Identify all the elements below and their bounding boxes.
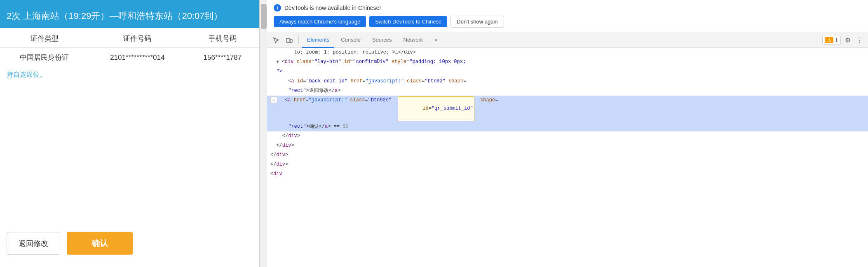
code-line-8: </div> <box>267 131 868 141</box>
left-panel: 2次 上海南站（19:29开）—呼和浩特东站（20:07到） 证件类型 证件号码… <box>0 0 260 267</box>
phone-number: 156****1787 <box>186 48 259 68</box>
svg-rect-1 <box>290 40 292 42</box>
code-line-6: … <a href="javascript:" class="btn92s" i… <box>267 96 868 122</box>
dont-show-again-button[interactable]: Don't show again <box>450 16 504 28</box>
toolbar-separator <box>298 36 299 44</box>
tab-elements[interactable]: Elements <box>302 33 334 48</box>
warning-badge[interactable]: ⚠ 1 <box>822 36 841 44</box>
train-header: 2次 上海南站（19:29开）—呼和浩特东站（20:07到） <box>0 6 259 28</box>
warning-icon: ⚠ <box>825 37 833 43</box>
id-highlight: id="qr_submit_id" <box>398 96 474 121</box>
passenger-table: 证件类型 证件号码 手机号码 中国居民身份证 2101**********014… <box>0 30 259 67</box>
devtools-panel: i DevTools is now available in Chinese! … <box>267 0 868 267</box>
code-line-10: </div> <box>267 150 868 160</box>
tab-sources[interactable]: Sources <box>367 33 397 48</box>
seat-note: 持自选席位。 <box>0 67 259 82</box>
bottom-buttons: 返回修改 确认 <box>0 232 259 255</box>
notification-message: DevTools is now available in Chinese! <box>284 5 381 11</box>
code-line-1: to; zoom: 1; position: relative; >…</div… <box>267 48 868 57</box>
ellipsis-button[interactable]: … <box>270 96 277 103</box>
info-icon: i <box>274 4 281 12</box>
toolbar-right: ⚠ 1 ⚙ ⋮ <box>822 35 865 46</box>
scrollbar[interactable] <box>260 0 267 267</box>
svg-rect-0 <box>286 38 290 42</box>
col-header-phone: 手机号码 <box>186 30 259 48</box>
top-bar <box>0 0 259 6</box>
confirm-button[interactable]: 确认 <box>67 232 133 255</box>
id-number: 2101**********014 <box>89 48 186 68</box>
code-line-2: <div class="lay-btn" id="confirmDiv" sty… <box>267 57 868 67</box>
col-header-id-type: 证件类型 <box>0 30 89 48</box>
devtools-toolbar: Elements Console Sources Network » ⚠ 1 ⚙… <box>267 33 868 48</box>
notification-buttons: Always match Chrome's language Switch De… <box>274 16 861 28</box>
id-type: 中国居民身份证 <box>0 48 89 68</box>
devtools-code-panel: to; zoom: 1; position: relative; >…</div… <box>267 48 868 267</box>
warning-count: 1 <box>835 37 838 43</box>
devtools-notification: i DevTools is now available in Chinese! … <box>267 0 868 33</box>
tab-network[interactable]: Network <box>399 33 428 48</box>
more-options-icon[interactable]: ⋮ <box>855 35 865 46</box>
tab-more[interactable]: » <box>429 33 442 48</box>
code-line-7: "rect">确认</a> == $0 <box>267 122 868 131</box>
table-row: 中国居民身份证 2101**********014 156****1787 <box>0 48 259 68</box>
switch-chinese-button[interactable]: Switch DevTools to Chinese <box>369 16 447 27</box>
code-line-11: </div> <box>267 160 868 169</box>
code-line-12: <div <box>267 169 868 179</box>
col-header-id-number: 证件号码 <box>89 30 186 48</box>
code-line-3: "> <box>267 67 868 76</box>
code-line-9: </div> <box>267 141 868 150</box>
tab-console[interactable]: Console <box>336 33 366 48</box>
notification-title: i DevTools is now available in Chinese! <box>274 4 861 12</box>
inspect-icon[interactable] <box>270 35 282 46</box>
settings-icon[interactable]: ⚙ <box>843 35 852 46</box>
scrollbar-thumb[interactable] <box>261 4 267 29</box>
code-line-5: "rect">返回修改</a> <box>267 86 868 96</box>
code-line-4: <a id="back_edit_id" href="javascript:" … <box>267 77 868 86</box>
device-toggle-icon[interactable] <box>284 35 295 46</box>
match-language-button[interactable]: Always match Chrome's language <box>274 16 366 27</box>
back-button[interactable]: 返回修改 <box>7 232 60 255</box>
train-info: 2次 上海南站（19:29开）—呼和浩特东站（20:07到） <box>7 11 223 21</box>
